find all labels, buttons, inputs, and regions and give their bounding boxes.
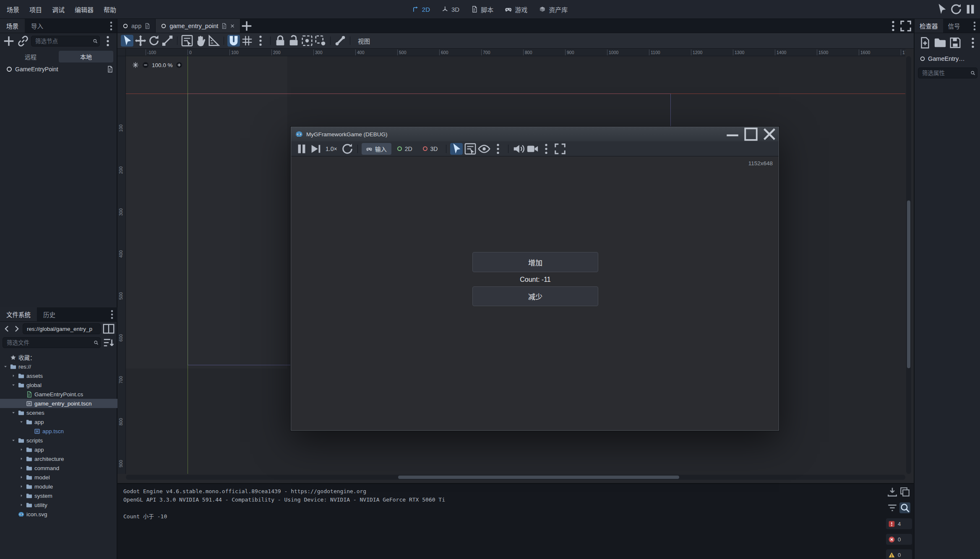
path-input[interactable] <box>23 323 101 334</box>
script-icon[interactable] <box>144 23 150 29</box>
horizontal-scrollbar-thumb[interactable] <box>398 476 679 479</box>
distraction-free-button[interactable] <box>899 20 912 32</box>
suspend-icon[interactable] <box>295 143 308 155</box>
maximize-icon[interactable] <box>742 127 760 141</box>
tree-chevron-icon[interactable] <box>10 411 16 415</box>
file-tree-item[interactable]: app.tscn <box>0 426 117 436</box>
dock-tab[interactable]: 导入 <box>25 19 50 33</box>
select-tool-button[interactable] <box>121 35 133 47</box>
file-tree-item[interactable]: system <box>0 491 117 500</box>
file-tree-item[interactable]: model <box>0 473 117 482</box>
scene-tree-node[interactable]: GameEntryPoint <box>0 64 117 74</box>
tree-chevron-icon[interactable] <box>18 475 24 479</box>
tree-chevron-icon[interactable] <box>18 503 24 507</box>
vertical-scrollbar[interactable] <box>906 56 911 474</box>
horizontal-scrollbar[interactable] <box>126 475 905 480</box>
move-tool-button[interactable] <box>134 35 147 47</box>
dock-tab[interactable]: 历史 <box>37 307 62 321</box>
pan-tool-button[interactable] <box>194 35 207 47</box>
dock-tab[interactable]: 文件系统 <box>0 307 37 321</box>
workspace-tab[interactable]: 3D <box>436 0 465 18</box>
scale-tool-button[interactable] <box>161 35 174 47</box>
menu-item[interactable]: 项目 <box>24 0 47 18</box>
file-tree-item[interactable]: architecture <box>0 454 117 463</box>
game-debug-window[interactable]: MyGFrameworkGame (DEBUG) 1.0× 输入 2D 3D <box>291 127 779 431</box>
script-icon[interactable] <box>221 23 227 29</box>
ruler-tool-button[interactable] <box>208 35 220 47</box>
file-tree-item[interactable]: 收藏： <box>0 353 117 362</box>
back-button[interactable] <box>3 323 11 335</box>
zoom-in-button[interactable] <box>176 62 182 68</box>
tree-chevron-icon[interactable] <box>10 438 16 442</box>
dock-tab[interactable]: 信号 <box>943 19 965 33</box>
view-menu-button[interactable]: 视图 <box>354 36 374 45</box>
warnings-badge[interactable]: 0 <box>886 549 912 559</box>
file-tree-item[interactable]: app <box>0 445 117 454</box>
rotate-tool-button[interactable] <box>148 35 160 47</box>
grid-snap-button[interactable] <box>241 35 253 47</box>
menu-item[interactable]: 调试 <box>47 0 70 18</box>
resource-options-button[interactable] <box>967 37 979 49</box>
smart-snap-button[interactable] <box>227 35 240 47</box>
file-tree-item[interactable]: global <box>0 380 117 390</box>
lock-button[interactable] <box>274 35 287 47</box>
scene-tabs-menu-button[interactable] <box>887 20 899 32</box>
file-tree-item[interactable]: scenes <box>0 408 117 417</box>
group-button[interactable] <box>301 35 313 47</box>
filter-log-button[interactable] <box>887 502 898 513</box>
tree-chevron-icon[interactable] <box>18 420 24 424</box>
pointer-icon[interactable] <box>936 3 948 15</box>
search-log-button[interactable] <box>899 502 910 513</box>
save-log-button[interactable] <box>887 486 898 497</box>
visibility-icon[interactable] <box>478 143 490 155</box>
camera-2d-button[interactable]: 2D <box>393 143 417 155</box>
file-tree-item[interactable]: command <box>0 463 117 473</box>
game-window-titlebar[interactable]: MyGFrameworkGame (DEBUG) <box>291 127 779 141</box>
save-resource-button[interactable] <box>949 37 962 49</box>
file-tree-item[interactable]: app <box>0 417 117 426</box>
scene-tree-menu-button[interactable] <box>102 35 114 47</box>
workspace-tab[interactable]: 游戏 <box>499 0 533 18</box>
reset-speed-icon[interactable] <box>341 143 354 155</box>
camera-3d-button[interactable]: 3D <box>418 143 443 155</box>
scene-tab[interactable]: game_entry_point <box>156 19 240 33</box>
minimize-icon[interactable] <box>723 127 742 141</box>
tree-chevron-icon[interactable] <box>18 494 24 498</box>
script-icon[interactable] <box>107 66 113 73</box>
more-options-icon[interactable] <box>540 143 553 155</box>
menu-item[interactable]: 帮助 <box>99 0 121 18</box>
decrease-button[interactable]: 减少 <box>472 286 598 306</box>
tree-chevron-icon[interactable] <box>18 466 24 470</box>
select-options-icon[interactable] <box>492 143 504 155</box>
zoom-out-button[interactable] <box>142 62 149 68</box>
toggle-split-mode-button[interactable] <box>102 323 115 335</box>
dock-tab[interactable]: 场景 <box>0 19 25 33</box>
sort-files-button[interactable] <box>102 337 115 348</box>
vertical-scrollbar-thumb[interactable] <box>907 200 910 368</box>
file-tree-item[interactable]: module <box>0 482 117 491</box>
scene-tab[interactable]: app <box>117 19 156 33</box>
errors-badge[interactable]: 0 <box>886 534 912 545</box>
tree-chevron-icon[interactable] <box>18 484 24 489</box>
ungroup-button[interactable] <box>314 35 327 47</box>
tree-chevron-icon[interactable] <box>18 457 24 461</box>
list-select-icon[interactable] <box>464 143 477 155</box>
inspector-menu-icon[interactable] <box>969 19 980 33</box>
scene-dock-menu-icon[interactable] <box>106 19 117 33</box>
local-toggle[interactable]: 本地 <box>59 51 113 62</box>
filesystem-menu-icon[interactable] <box>107 307 117 321</box>
speed-label[interactable]: 1.0× <box>323 146 340 152</box>
next-frame-icon[interactable] <box>309 143 322 155</box>
restart-icon[interactable] <box>950 3 962 15</box>
file-tree-item[interactable]: res:// <box>0 362 117 371</box>
file-tree-item[interactable]: assets <box>0 371 117 380</box>
file-tree-item[interactable]: game_entry_point.tscn <box>0 399 117 408</box>
close-tab-icon[interactable] <box>230 23 235 29</box>
unlock-button[interactable] <box>287 35 300 47</box>
skeleton-options-button[interactable] <box>334 35 347 47</box>
workspace-tab[interactable]: 资产库 <box>533 0 573 18</box>
file-tree-item[interactable]: utility <box>0 500 117 510</box>
file-tree-item[interactable]: scripts <box>0 436 117 445</box>
tree-chevron-icon[interactable] <box>10 383 16 387</box>
file-tree-item[interactable]: icon.svg <box>0 510 117 519</box>
